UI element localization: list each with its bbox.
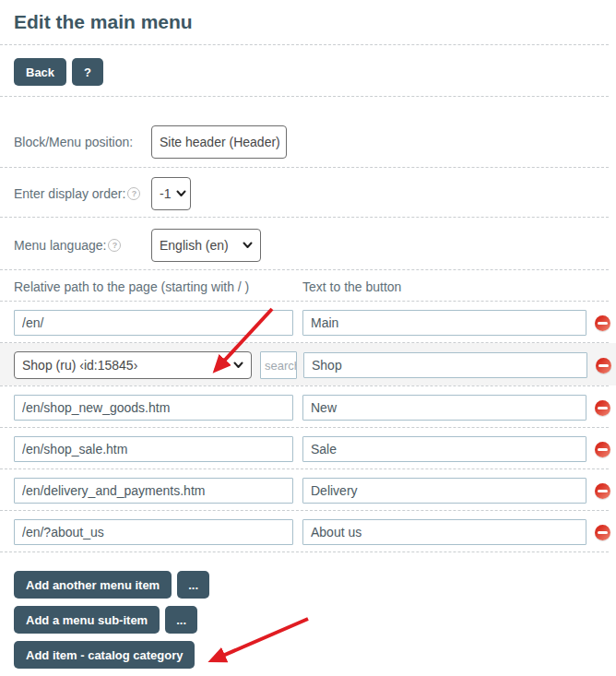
dashed-divider: [0, 44, 609, 45]
text-column-header: Text to the button: [302, 279, 401, 294]
toolbar: Back ?: [14, 58, 616, 86]
chevron-down-icon: [280, 138, 287, 146]
menu-item-row-catalog: Shop (ru) ‹id:15845› search: [0, 343, 616, 385]
menu-language-select[interactable]: English (en): [151, 229, 261, 262]
button-text-input[interactable]: [302, 310, 586, 336]
menu-item-row: [0, 428, 616, 468]
edit-menu-page: Edit the main menu Back ? Block/Menu pos…: [0, 9, 616, 676]
back-button[interactable]: Back: [14, 58, 66, 86]
path-input[interactable]: [14, 436, 293, 462]
add-menu-item-button[interactable]: Add another menu item: [14, 571, 172, 599]
dashed-divider: [0, 217, 609, 218]
dashed-divider: [0, 96, 609, 97]
add-catalog-category-button[interactable]: Add item - catalog category: [14, 641, 195, 669]
menu-item-row: [0, 302, 616, 342]
dashed-divider: [0, 269, 609, 270]
catalog-page-value: Shop (ru) ‹id:15845›: [22, 358, 137, 373]
display-order-row: Enter display order: ? -1: [14, 177, 616, 210]
add-menu-item-more-button[interactable]: ...: [177, 571, 209, 599]
dashed-divider: [0, 551, 609, 552]
add-menu-subitem-button[interactable]: Add a menu sub-item: [14, 606, 160, 634]
menu-position-label: Block/Menu position:: [14, 135, 151, 149]
delete-row-icon[interactable]: [595, 483, 610, 499]
display-order-select[interactable]: -1: [151, 177, 191, 210]
menu-item-row: [0, 386, 616, 427]
menu-item-row: [0, 511, 616, 551]
button-text-input[interactable]: [302, 519, 586, 545]
delete-row-icon[interactable]: [595, 442, 610, 457]
column-headers: Relative path to the page (starting with…: [14, 279, 616, 294]
page-title: Edit the main menu: [14, 9, 616, 35]
path-input[interactable]: [14, 478, 293, 504]
display-order-label: Enter display order:: [14, 186, 125, 201]
delete-row-icon[interactable]: [595, 525, 610, 540]
actions-panel: Add another menu item ... Add a menu sub…: [14, 571, 616, 669]
add-menu-subitem-more-button[interactable]: ...: [165, 606, 197, 634]
menu-language-value: English (en): [160, 238, 229, 253]
menu-item-row: [0, 469, 616, 510]
help-button[interactable]: ?: [72, 58, 103, 86]
menu-position-select[interactable]: Site header (Header): [151, 125, 287, 159]
path-column-header: Relative path to the page (starting with…: [14, 279, 302, 294]
button-text-input[interactable]: [302, 436, 586, 462]
delete-row-icon[interactable]: [595, 315, 610, 331]
button-text-input[interactable]: [302, 395, 586, 421]
chevron-down-icon: [171, 190, 186, 197]
catalog-page-select[interactable]: Shop (ru) ‹id:15845›: [14, 351, 252, 379]
chevron-down-icon: [237, 242, 253, 249]
dashed-divider: [0, 167, 609, 168]
delete-row-icon[interactable]: [595, 400, 610, 416]
path-input[interactable]: [14, 395, 293, 421]
path-input[interactable]: [14, 310, 293, 336]
search-button[interactable]: search: [260, 351, 297, 379]
help-tooltip-icon[interactable]: ?: [127, 187, 140, 200]
button-text-input[interactable]: [303, 352, 587, 378]
button-text-input[interactable]: [302, 478, 586, 504]
chevron-down-icon: [228, 362, 243, 369]
display-order-value: -1: [160, 186, 171, 201]
menu-language-row: Menu language: ? English (en): [14, 229, 616, 262]
path-input[interactable]: [14, 519, 293, 545]
menu-language-label: Menu language:: [14, 238, 106, 253]
help-tooltip-icon[interactable]: ?: [108, 239, 121, 252]
menu-position-row: Block/Menu position: Site header (Header…: [14, 125, 616, 159]
menu-position-value: Site header (Header): [160, 135, 280, 149]
delete-row-icon[interactable]: [596, 358, 611, 374]
